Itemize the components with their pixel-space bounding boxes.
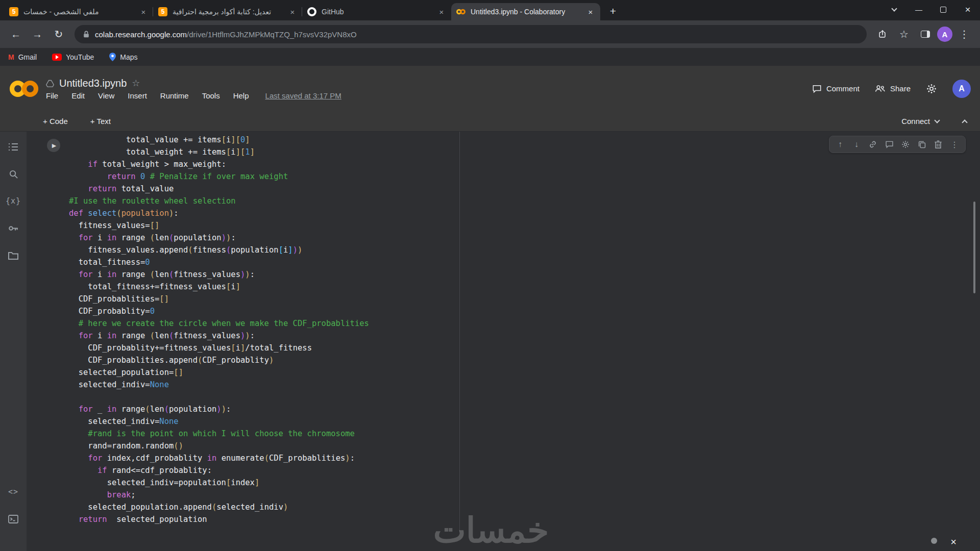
bookmark-youtube[interactable]: YouTube — [52, 53, 94, 61]
code-line[interactable]: total_weight += items[i][1] — [69, 146, 369, 158]
menu-tools[interactable]: Tools — [202, 91, 220, 100]
mirror-cell-icon[interactable] — [914, 137, 929, 152]
menubar: FileEditViewInsertRuntimeToolsHelpLast s… — [46, 91, 341, 100]
code-line[interactable]: break; — [69, 489, 369, 501]
code-line[interactable]: #I use the roulette wheel selection — [69, 195, 369, 207]
secrets-key-icon[interactable] — [3, 218, 23, 238]
connect-button[interactable]: Connect — [901, 117, 939, 126]
code-line[interactable]: CDF_probablities.append(CDF_probablity) — [69, 354, 369, 366]
collapse-header-icon[interactable] — [962, 119, 967, 125]
code-line[interactable]: for i in range (len(population)): — [69, 232, 369, 244]
code-line[interactable]: def select(population): — [69, 207, 369, 219]
tab-close-icon[interactable]: × — [437, 7, 446, 16]
star-notebook-icon[interactable]: ☆ — [132, 78, 140, 89]
code-line[interactable]: #rand is the point on which I will choos… — [69, 428, 369, 440]
reload-button[interactable]: ↻ — [49, 24, 68, 44]
colab-favicon — [456, 7, 465, 16]
cell-settings-gear-icon[interactable] — [898, 137, 913, 152]
notebook-title[interactable]: Untitled3.ipynb — [59, 78, 127, 89]
dismiss-x-icon[interactable]: × — [950, 536, 957, 548]
code-line[interactable]: return total_value — [69, 183, 369, 195]
code-line[interactable]: total_fitness=0 — [69, 256, 369, 268]
url-bar[interactable]: colab.research.google.com/drive/1HtflmGJ… — [75, 25, 867, 43]
add-text-button[interactable]: + Text — [90, 117, 111, 126]
menu-insert[interactable]: Insert — [128, 91, 147, 100]
menu-edit[interactable]: Edit — [71, 91, 85, 100]
new-tab-button[interactable]: + — [605, 4, 621, 19]
menu-help[interactable]: Help — [233, 91, 249, 100]
code-line[interactable]: for index,cdf_probablity in enumerate(CD… — [69, 452, 369, 464]
run-cell-button[interactable]: ▶ — [47, 139, 60, 152]
code-line[interactable]: CDF_probablity=0 — [69, 305, 369, 317]
link-to-cell-icon[interactable] — [865, 137, 880, 152]
cell-more-options-icon[interactable]: ⋮ — [947, 137, 962, 152]
code-line[interactable]: for i in range (len(fitness_values)): — [69, 268, 369, 281]
code-line[interactable]: fitness_values.append(fitness(population… — [69, 244, 369, 256]
settings-gear-icon[interactable] — [926, 83, 937, 94]
left-sidebar: {x} <> — [0, 132, 27, 551]
table-of-contents-icon[interactable] — [3, 137, 23, 157]
menu-runtime[interactable]: Runtime — [160, 91, 189, 100]
code-line[interactable]: # here we create the circle when we make… — [69, 317, 369, 330]
code-line[interactable]: for i in range (len(fitness_values)): — [69, 330, 369, 342]
share-page-icon[interactable] — [873, 24, 892, 44]
colab-avatar[interactable]: A — [952, 80, 971, 98]
tab-close-icon[interactable]: × — [288, 7, 297, 16]
code-snippets-icon[interactable]: <> — [3, 482, 23, 502]
browser-menu-icon[interactable]: ⋮ — [954, 24, 974, 44]
add-comment-icon[interactable] — [881, 137, 897, 152]
code-line[interactable]: fitness_values=[] — [69, 219, 369, 232]
code-line[interactable]: if rand<=cdf_probablity: — [69, 464, 369, 477]
tab-khamsat-edit[interactable]: 5 تعديل: كتابة أكواد برمجية احترافية × — [153, 3, 302, 20]
maximize-button[interactable] — [931, 0, 955, 19]
code-line[interactable]: CDF_probablity+=fitness_values[i]/total_… — [69, 342, 369, 354]
terminal-icon[interactable] — [3, 509, 23, 529]
add-code-button[interactable]: + Code — [43, 117, 68, 126]
bookmarks-bar: M Gmail YouTube Maps — [0, 48, 980, 66]
code-line[interactable] — [69, 391, 369, 403]
scrollbar-thumb[interactable] — [973, 202, 975, 293]
code-line[interactable]: CDF_probablities=[] — [69, 293, 369, 305]
forward-button[interactable]: → — [28, 24, 47, 44]
code-line[interactable]: selected_population=[] — [69, 366, 369, 379]
tab-close-icon[interactable]: × — [139, 7, 148, 16]
code-line[interactable]: total_value += items[i][0] — [69, 134, 369, 146]
variables-icon[interactable]: {x} — [3, 191, 23, 211]
bookmark-gmail[interactable]: M Gmail — [8, 53, 37, 61]
code-line[interactable]: return selected_population — [69, 513, 369, 525]
files-folder-icon[interactable] — [3, 245, 23, 265]
code-line[interactable]: if total_weight > max_weight: — [69, 158, 369, 170]
code-line[interactable]: rand=random.random() — [69, 440, 369, 452]
code-line[interactable]: return 0 # Penalize if over max weight — [69, 170, 369, 183]
code-line[interactable]: selected_population.append(selected_indi… — [69, 501, 369, 513]
tab-colab-active[interactable]: Untitled3.ipynb - Colaboratory × — [451, 3, 600, 20]
code-line[interactable]: for _ in range(len(population)): — [69, 403, 369, 415]
tab-title: Untitled3.ipynb - Colaboratory — [471, 8, 581, 16]
code-editor[interactable]: total_value += items[i][0] total_weight … — [69, 134, 369, 525]
comment-button[interactable]: Comment — [812, 84, 860, 93]
tab-search-chevron-icon[interactable] — [882, 0, 906, 19]
code-line[interactable]: total_fitness+=fitness_values[i] — [69, 281, 369, 293]
browser-avatar[interactable]: A — [937, 27, 952, 42]
last-saved-link[interactable]: Last saved at 3:17 PM — [265, 91, 341, 100]
tab-github[interactable]: GitHub × — [302, 3, 451, 20]
move-cell-up-icon[interactable]: ↑ — [832, 137, 848, 152]
menu-file[interactable]: File — [46, 91, 58, 100]
code-line[interactable]: selected_indiv=None — [69, 379, 369, 391]
back-button[interactable]: ← — [6, 24, 26, 44]
code-line[interactable]: selected_indiv=population[index] — [69, 477, 369, 489]
delete-cell-trash-icon[interactable] — [930, 137, 946, 152]
bookmark-maps[interactable]: Maps — [109, 53, 137, 61]
menu-view[interactable]: View — [98, 91, 114, 100]
code-line[interactable]: selected_indiv=None — [69, 415, 369, 428]
minimize-button[interactable]: — — [906, 0, 931, 19]
side-panel-icon[interactable] — [916, 24, 935, 44]
tab-khamsat-profile[interactable]: 5 ملفي الشخصي - خمسات × — [4, 3, 153, 20]
bookmark-star-icon[interactable]: ☆ — [894, 24, 914, 44]
search-icon[interactable] — [3, 164, 23, 184]
tab-close-icon[interactable]: × — [586, 7, 595, 16]
close-window-button[interactable]: × — [955, 0, 980, 19]
share-button[interactable]: Share — [875, 84, 911, 93]
comment-icon — [812, 84, 822, 93]
move-cell-down-icon[interactable]: ↓ — [849, 137, 864, 152]
